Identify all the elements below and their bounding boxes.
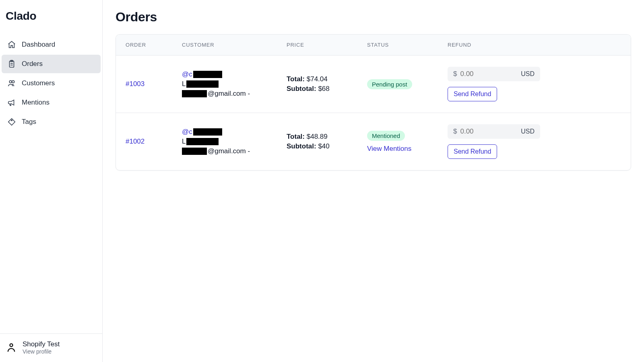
col-status: STATUS <box>357 35 438 55</box>
profile-name: Shopify Test <box>23 340 60 348</box>
send-refund-button[interactable]: Send Refund <box>448 87 497 101</box>
table-header: ORDER CUSTOMER PRICE STATUS REFUND <box>116 35 631 56</box>
redacted-text <box>182 148 207 155</box>
cell-order: #1002 <box>116 124 172 159</box>
sidebar-item-orders[interactable]: Orders <box>2 55 101 73</box>
sidebar-item-label: Customers <box>22 79 55 87</box>
currency-code: USD <box>521 128 535 135</box>
cell-status: Pending post <box>357 67 438 101</box>
sidebar-profile[interactable]: Shopify Test View profile <box>0 333 102 362</box>
order-link[interactable]: #1002 <box>126 138 163 146</box>
svg-point-3 <box>12 80 14 83</box>
tag-icon <box>7 117 16 126</box>
home-icon <box>7 40 16 49</box>
redacted-text <box>193 128 222 136</box>
customer-email: @gmail.com - <box>182 147 267 155</box>
megaphone-icon <box>7 98 16 107</box>
svg-point-5 <box>10 344 13 347</box>
cell-order: #1003 <box>116 67 172 101</box>
customer-email: @gmail.com - <box>182 90 267 98</box>
table-row: #1003 @c L @gmail.com - Total: $74.04 Su… <box>116 56 631 113</box>
clipboard-icon <box>7 60 16 68</box>
status-badge: Mentioned <box>367 131 405 141</box>
send-refund-button[interactable]: Send Refund <box>448 144 497 159</box>
sidebar-item-label: Orders <box>22 60 43 68</box>
view-mentions-link[interactable]: View Mentions <box>367 145 428 153</box>
status-badge: Pending post <box>367 79 412 89</box>
cell-refund: $ USD Send Refund <box>438 124 575 159</box>
sidebar-item-label: Mentions <box>22 99 50 107</box>
redacted-text <box>193 71 222 78</box>
svg-point-2 <box>9 80 12 83</box>
currency-symbol: $ <box>453 128 457 136</box>
user-icon <box>6 342 17 353</box>
redacted-text <box>186 80 219 88</box>
main-content: Orders ORDER CUSTOMER PRICE STATUS REFUN… <box>103 0 644 362</box>
orders-table: ORDER CUSTOMER PRICE STATUS REFUND #1003… <box>116 34 631 171</box>
sidebar-item-label: Tags <box>22 118 36 126</box>
currency-code: USD <box>521 70 535 78</box>
redacted-text <box>186 138 219 145</box>
sidebar-nav: Dashboard Orders Customers Mentions Tags <box>0 32 102 132</box>
cell-customer: @c L @gmail.com - <box>172 67 277 101</box>
sidebar-item-mentions[interactable]: Mentions <box>2 93 101 112</box>
customer-name: L <box>182 80 267 88</box>
brand-title: Clado <box>0 0 102 32</box>
sidebar: Clado Dashboard Orders Customers Mention… <box>0 0 103 362</box>
sidebar-item-customers[interactable]: Customers <box>2 74 101 93</box>
refund-amount-input[interactable] <box>460 128 521 136</box>
profile-view-link[interactable]: View profile <box>23 348 60 355</box>
order-link[interactable]: #1003 <box>126 80 163 88</box>
currency-symbol: $ <box>453 70 457 78</box>
col-price: PRICE <box>277 35 357 55</box>
sidebar-item-dashboard[interactable]: Dashboard <box>2 35 101 54</box>
cell-refund: $ USD Send Refund <box>438 67 575 101</box>
sidebar-item-tags[interactable]: Tags <box>2 113 101 131</box>
refund-amount-input[interactable] <box>460 70 521 78</box>
svg-point-4 <box>11 120 12 121</box>
sidebar-item-label: Dashboard <box>22 41 55 49</box>
col-customer: CUSTOMER <box>172 35 277 55</box>
col-refund: REFUND <box>438 35 575 55</box>
cell-customer: @c L @gmail.com - <box>172 124 277 159</box>
redacted-text <box>182 90 207 97</box>
customer-handle[interactable]: @c <box>182 128 267 136</box>
customer-handle[interactable]: @c <box>182 70 267 78</box>
refund-input-group: $ USD <box>448 124 540 139</box>
col-order: ORDER <box>116 35 172 55</box>
customer-name: L <box>182 138 267 146</box>
cell-price: Total: $74.04 Subtotal: $68 <box>277 67 357 101</box>
page-title: Orders <box>116 10 631 25</box>
refund-input-group: $ USD <box>448 67 540 81</box>
cell-price: Total: $48.89 Subtotal: $40 <box>277 124 357 159</box>
table-row: #1002 @c L @gmail.com - Total: $48.89 Su… <box>116 113 631 170</box>
users-icon <box>7 79 16 88</box>
cell-status: Mentioned View Mentions <box>357 124 438 159</box>
